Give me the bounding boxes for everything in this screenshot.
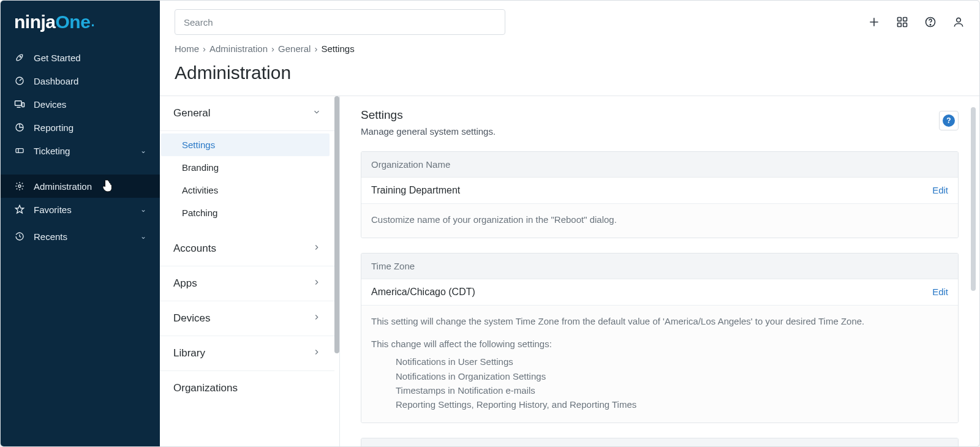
card-time-zone: Time Zone America/Chicago (CDT) Edit Thi… bbox=[361, 253, 959, 424]
logo-text-1: ninja bbox=[14, 12, 56, 32]
svg-marker-7 bbox=[15, 205, 23, 213]
breadcrumb-current: Settings bbox=[321, 43, 354, 54]
svg-rect-8 bbox=[898, 18, 902, 21]
help-icon[interactable] bbox=[924, 16, 937, 28]
scrollbar[interactable] bbox=[334, 96, 339, 353]
nav-favorites[interactable]: Favorites ⌄ bbox=[1, 198, 160, 221]
chevron-down-icon: ⌄ bbox=[140, 205, 146, 214]
svg-point-14 bbox=[957, 18, 961, 22]
subnav-item-branding[interactable]: Branding bbox=[160, 156, 334, 179]
apps-grid-icon[interactable] bbox=[896, 16, 908, 28]
timezone-value: America/Chicago (CDT) bbox=[371, 287, 475, 298]
chevron-right-icon bbox=[312, 242, 321, 255]
nav: Get Started Dashboard Devices Reporting bbox=[1, 43, 160, 248]
chevron-right-icon bbox=[312, 312, 321, 325]
card-help: This setting will change the system Time… bbox=[361, 306, 958, 423]
subnav-section-organizations[interactable]: Organizations bbox=[160, 371, 334, 405]
svg-rect-2 bbox=[15, 101, 22, 106]
content-title: Settings bbox=[361, 107, 496, 124]
card-help: Customize name of your organization in t… bbox=[361, 204, 958, 238]
svg-rect-9 bbox=[903, 18, 907, 21]
breadcrumb-link[interactable]: Administration bbox=[209, 43, 268, 54]
subnav: General Settings Branding Activities Pat… bbox=[160, 96, 340, 446]
subnav-section-label: Apps bbox=[173, 277, 197, 290]
subnav-section-label: Devices bbox=[173, 312, 210, 325]
tz-desc-2: This change will affect the following se… bbox=[371, 328, 948, 351]
chevron-down-icon bbox=[312, 107, 321, 119]
tz-desc-1: This setting will change the system Time… bbox=[371, 314, 948, 328]
subnav-section-label: General bbox=[173, 107, 210, 119]
nav-get-started[interactable]: Get Started bbox=[1, 46, 160, 69]
svg-rect-5 bbox=[16, 149, 23, 153]
nav-label: Administration bbox=[34, 181, 146, 192]
tz-affected-item: Timestamps in Notification e-mails bbox=[396, 383, 948, 397]
topbar bbox=[160, 1, 979, 43]
topbar-icons bbox=[868, 16, 965, 28]
subnav-section-devices[interactable]: Devices bbox=[160, 301, 334, 336]
nav-recents[interactable]: Recents ⌄ bbox=[1, 225, 160, 248]
nav-label: Reporting bbox=[34, 122, 146, 133]
card-locale: Locale English, United States (en-US) Ed… bbox=[361, 438, 959, 446]
content: Settings Manage general system settings.… bbox=[340, 96, 979, 446]
star-icon bbox=[14, 205, 25, 214]
subnav-section-label: Organizations bbox=[173, 382, 238, 394]
ticket-icon bbox=[14, 146, 25, 156]
card-header: Time Zone bbox=[361, 254, 958, 279]
subnav-section-library[interactable]: Library bbox=[160, 336, 334, 371]
nav-label: Ticketing bbox=[34, 146, 132, 156]
tz-affected-item: Notifications in Organization Settings bbox=[396, 369, 948, 383]
subnav-section-accounts[interactable]: Accounts bbox=[160, 231, 334, 266]
nav-label: Favorites bbox=[34, 205, 132, 215]
card-organization-name: Organization Name Training Department Ed… bbox=[361, 151, 959, 238]
chevron-down-icon: ⌄ bbox=[140, 232, 146, 241]
user-icon[interactable] bbox=[952, 16, 965, 28]
gauge-icon bbox=[14, 76, 25, 86]
chevron-right-icon bbox=[312, 277, 321, 290]
svg-rect-10 bbox=[898, 23, 902, 27]
nav-dashboard[interactable]: Dashboard bbox=[1, 69, 160, 92]
gear-icon bbox=[14, 181, 25, 191]
scrollbar[interactable] bbox=[971, 107, 976, 291]
main: Home› Administration› General› Settings … bbox=[160, 1, 979, 446]
nav-ticketing[interactable]: Ticketing ⌄ bbox=[1, 139, 160, 162]
breadcrumb-link[interactable]: Home bbox=[175, 43, 199, 54]
chevron-down-icon: ⌄ bbox=[140, 146, 146, 155]
svg-rect-3 bbox=[22, 103, 24, 107]
content-subtitle: Manage general system settings. bbox=[361, 124, 496, 137]
subnav-item-activities[interactable]: Activities bbox=[160, 179, 334, 201]
subnav-section-label: Library bbox=[173, 347, 205, 359]
nav-reporting[interactable]: Reporting bbox=[1, 116, 160, 139]
card-header: Locale bbox=[361, 438, 958, 446]
devices-icon bbox=[14, 99, 25, 109]
subnav-section-general[interactable]: General bbox=[160, 96, 334, 131]
sidebar: ninjaOne. Get Started Dashboard Devices bbox=[1, 1, 160, 446]
breadcrumb-link[interactable]: General bbox=[278, 43, 311, 54]
tz-affected-item: Reporting Settings, Reporting History, a… bbox=[396, 397, 948, 411]
breadcrumb: Home› Administration› General› Settings bbox=[160, 43, 979, 55]
add-icon[interactable] bbox=[868, 16, 880, 28]
logo: ninjaOne. bbox=[1, 1, 160, 43]
help-button[interactable]: ? bbox=[939, 111, 959, 130]
nav-label: Dashboard bbox=[34, 76, 146, 86]
subnav-item-patching[interactable]: Patching bbox=[160, 201, 334, 224]
edit-link[interactable]: Edit bbox=[932, 287, 948, 297]
logo-dot: . bbox=[91, 14, 94, 30]
subnav-item-settings[interactable]: Settings bbox=[161, 133, 330, 156]
nav-administration[interactable]: Administration bbox=[1, 175, 160, 198]
org-name-value: Training Department bbox=[371, 185, 460, 196]
nav-label: Devices bbox=[34, 99, 146, 110]
search-input[interactable] bbox=[175, 9, 505, 35]
subnav-section-apps[interactable]: Apps bbox=[160, 266, 334, 301]
logo-text-2: One bbox=[56, 12, 91, 32]
history-icon bbox=[14, 231, 25, 241]
subnav-section-label: Accounts bbox=[173, 242, 216, 255]
svg-point-0 bbox=[20, 56, 21, 58]
edit-link[interactable]: Edit bbox=[932, 185, 948, 195]
nav-label: Recents bbox=[34, 231, 132, 242]
question-icon: ? bbox=[943, 115, 955, 127]
chevron-right-icon bbox=[312, 347, 321, 359]
page-title: Administration bbox=[160, 55, 979, 96]
nav-devices[interactable]: Devices bbox=[1, 92, 160, 116]
nav-label: Get Started bbox=[34, 53, 146, 63]
svg-point-6 bbox=[18, 185, 21, 187]
